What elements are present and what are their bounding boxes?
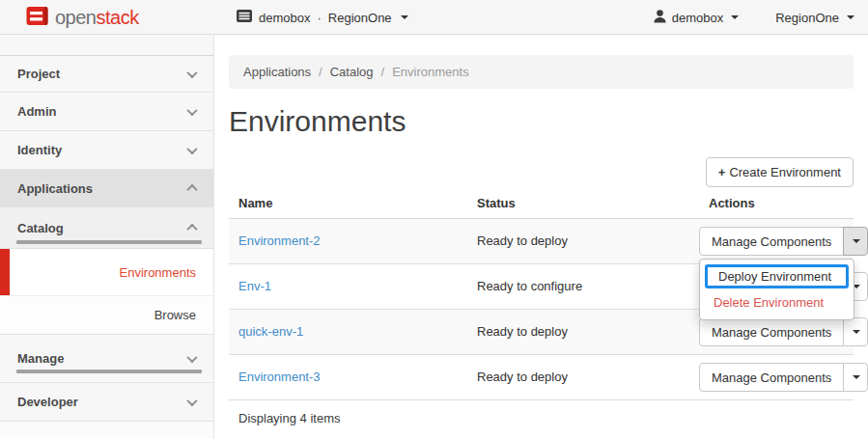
sidebar-item-label: Catalog xyxy=(17,221,64,235)
sidebar-item-label: Browse xyxy=(154,308,196,322)
sidebar: Project Admin Identity Applications Cata… xyxy=(0,35,214,439)
environment-link[interactable]: quick-env-1 xyxy=(238,324,303,339)
delete-environment-menu-item[interactable]: Delete Environment xyxy=(700,290,854,315)
caret-down-icon xyxy=(853,330,860,334)
chevron-down-icon xyxy=(186,143,197,153)
chevron-up-icon xyxy=(186,184,197,195)
main-content: Applications / Catalog / Environments En… xyxy=(215,35,868,439)
chevron-down-icon xyxy=(186,104,197,115)
openstack-logo-text: openstack xyxy=(55,7,139,29)
sidebar-item-browse[interactable]: Browse xyxy=(0,296,213,335)
table-row: Environment-3 Ready to deploy Manage Com… xyxy=(229,354,854,399)
breadcrumb: Applications / Catalog / Environments xyxy=(229,55,854,89)
row-actions: Manage Components Deploy Environment Del… xyxy=(699,227,868,256)
sidebar-item-developer[interactable]: Developer xyxy=(0,383,213,422)
environments-table: Name Status Actions Environment-2 Ready … xyxy=(229,190,854,400)
sidebar-item-environments[interactable]: Environments xyxy=(0,249,213,296)
column-header-actions: Actions xyxy=(699,190,854,218)
sidebar-item-label: Admin xyxy=(17,104,56,119)
openstack-logo-icon xyxy=(26,6,49,30)
breadcrumb-catalog[interactable]: Catalog xyxy=(330,65,374,79)
sidebar-item-label: Manage xyxy=(17,351,64,366)
sidebar-item-label: Identity xyxy=(17,143,62,157)
table-toolbar: +Create Environment xyxy=(229,157,854,187)
breadcrumb-separator: / xyxy=(381,65,385,79)
sidebar-item-project[interactable]: Project xyxy=(0,56,213,93)
sidebar-item-label: Environments xyxy=(120,265,196,280)
status-text: Ready to configure xyxy=(477,279,582,293)
deploy-environment-menu-item[interactable]: Deploy Environment xyxy=(705,264,849,288)
status-text: Ready to deploy xyxy=(477,370,568,384)
navbar-right: demobox RegionOne xyxy=(654,0,854,35)
actions-dropdown-toggle[interactable] xyxy=(843,227,868,256)
switcher-region-label: RegionOne xyxy=(328,11,392,25)
environment-link[interactable]: Environment-2 xyxy=(238,233,321,248)
caret-down-icon xyxy=(847,15,854,19)
sidebar-item-identity[interactable]: Identity xyxy=(0,131,213,170)
sidebar-top-strip xyxy=(0,35,213,56)
chevron-down-icon xyxy=(186,351,197,362)
sidebar-item-label: Applications xyxy=(17,181,93,196)
actions-dropdown-toggle[interactable] xyxy=(843,317,868,346)
top-navbar: openstack demobox · RegionOne xyxy=(0,0,868,35)
caret-down-icon xyxy=(401,15,408,19)
sidebar-item-applications[interactable]: Applications xyxy=(0,170,213,207)
switcher-separator: · xyxy=(317,11,321,25)
table-header-row: Name Status Actions xyxy=(229,190,854,218)
manage-components-button[interactable]: Manage Components xyxy=(699,317,844,346)
status-text: Ready to deploy xyxy=(477,324,568,339)
sidebar-item-label: Developer xyxy=(17,395,78,409)
sidebar-item-manage[interactable]: Manage xyxy=(0,335,213,383)
project-region-switcher[interactable]: demobox · RegionOne xyxy=(237,0,408,35)
openstack-logo[interactable]: openstack xyxy=(26,0,139,35)
caret-down-icon xyxy=(731,15,739,19)
row-actions: Manage Components xyxy=(699,363,868,392)
user-icon xyxy=(654,10,666,26)
caret-down-icon xyxy=(853,239,860,243)
manage-components-button[interactable]: Manage Components xyxy=(699,363,844,392)
table-row: Environment-2 Ready to deploy Manage Com… xyxy=(229,218,854,263)
openstack-dashboard: openstack demobox · RegionOne xyxy=(0,0,868,439)
sidebar-item-label: Project xyxy=(17,67,60,81)
breadcrumb-separator: / xyxy=(319,65,322,79)
region-menu[interactable]: RegionOne xyxy=(775,11,854,25)
environment-link[interactable]: Environment-3 xyxy=(238,370,321,384)
breadcrumb-current: Environments xyxy=(392,65,468,79)
manage-components-button[interactable]: Manage Components xyxy=(699,227,844,256)
chevron-down-icon xyxy=(186,395,197,405)
breadcrumb-applications[interactable]: Applications xyxy=(243,65,311,79)
chevron-down-icon xyxy=(186,67,197,77)
switcher-project-label: demobox xyxy=(259,11,310,25)
region-menu-label: RegionOne xyxy=(775,11,839,25)
actions-dropdown-toggle[interactable] xyxy=(843,363,868,392)
environment-link[interactable]: Env-1 xyxy=(238,279,271,293)
sidebar-item-admin[interactable]: Admin xyxy=(0,93,213,131)
actions-dropdown-menu: Deploy Environment Delete Environment xyxy=(699,259,854,320)
column-header-status[interactable]: Status xyxy=(467,190,699,218)
plus-icon: + xyxy=(718,165,726,179)
create-environment-button[interactable]: +Create Environment xyxy=(706,157,854,187)
sidebar-item-catalog[interactable]: Catalog xyxy=(0,207,213,249)
page-title: Environments xyxy=(229,103,854,139)
column-header-name[interactable]: Name xyxy=(229,190,467,218)
table-footer-count: Displaying 4 items xyxy=(229,400,854,436)
user-menu[interactable]: demobox xyxy=(654,10,739,26)
user-menu-label: demobox xyxy=(672,11,723,25)
chevron-up-icon xyxy=(186,224,197,234)
status-text: Ready to deploy xyxy=(477,233,568,248)
project-list-icon xyxy=(237,10,252,25)
row-actions: Manage Components xyxy=(699,317,868,346)
caret-down-icon xyxy=(853,375,860,379)
